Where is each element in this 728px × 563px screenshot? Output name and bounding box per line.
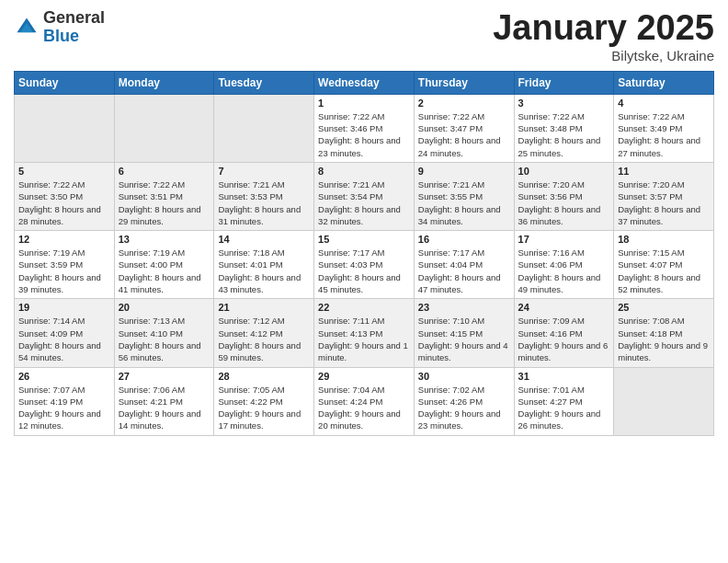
day-info: Sunrise: 7:07 AMSunset: 4:19 PMDaylight:… xyxy=(18,384,110,432)
day-number: 2 xyxy=(418,98,510,109)
day-number: 26 xyxy=(18,371,110,382)
day-number: 23 xyxy=(418,302,510,313)
calendar-cell: 28Sunrise: 7:05 AMSunset: 4:22 PMDayligh… xyxy=(214,367,314,435)
calendar-cell: 1Sunrise: 7:22 AMSunset: 3:46 PMDaylight… xyxy=(314,94,415,162)
logo-text: General Blue xyxy=(43,9,105,46)
day-number: 30 xyxy=(418,371,510,382)
day-number: 28 xyxy=(218,371,310,382)
day-number: 25 xyxy=(618,302,710,313)
calendar-cell: 24Sunrise: 7:09 AMSunset: 4:16 PMDayligh… xyxy=(514,299,614,367)
calendar-cell xyxy=(614,367,714,435)
calendar-cell: 11Sunrise: 7:20 AMSunset: 3:57 PMDayligh… xyxy=(614,162,714,230)
day-info: Sunrise: 7:22 AMSunset: 3:48 PMDaylight:… xyxy=(518,110,610,159)
calendar-cell: 22Sunrise: 7:11 AMSunset: 4:13 PMDayligh… xyxy=(314,299,415,367)
day-info: Sunrise: 7:06 AMSunset: 4:21 PMDaylight:… xyxy=(119,384,210,432)
location: Bilytske, Ukraine xyxy=(493,48,714,63)
day-info: Sunrise: 7:02 AMSunset: 4:26 PMDaylight:… xyxy=(418,384,510,432)
day-info: Sunrise: 7:08 AMSunset: 4:18 PMDaylight:… xyxy=(618,315,710,363)
day-info: Sunrise: 7:10 AMSunset: 4:15 PMDaylight:… xyxy=(418,315,510,363)
day-info: Sunrise: 7:04 AMSunset: 4:24 PMDaylight:… xyxy=(318,384,410,432)
day-info: Sunrise: 7:20 AMSunset: 3:57 PMDaylight:… xyxy=(618,178,710,227)
calendar-cell xyxy=(15,94,115,162)
day-info: Sunrise: 7:19 AMSunset: 3:59 PMDaylight:… xyxy=(18,247,110,295)
calendar-cell: 4Sunrise: 7:22 AMSunset: 3:49 PMDaylight… xyxy=(614,94,714,162)
weekday-header-sunday: Sunday xyxy=(15,71,115,94)
title-block: January 2025 Bilytske, Ukraine xyxy=(493,9,714,63)
day-number: 14 xyxy=(218,234,310,245)
weekday-header-row: SundayMondayTuesdayWednesdayThursdayFrid… xyxy=(15,71,714,94)
calendar-cell: 2Sunrise: 7:22 AMSunset: 3:47 PMDaylight… xyxy=(414,94,514,162)
day-info: Sunrise: 7:19 AMSunset: 4:00 PMDaylight:… xyxy=(119,247,210,295)
day-info: Sunrise: 7:22 AMSunset: 3:47 PMDaylight:… xyxy=(418,110,510,159)
calendar-cell: 8Sunrise: 7:21 AMSunset: 3:54 PMDaylight… xyxy=(314,162,415,230)
day-number: 4 xyxy=(618,98,710,109)
day-number: 20 xyxy=(119,302,210,313)
calendar-cell: 20Sunrise: 7:13 AMSunset: 4:10 PMDayligh… xyxy=(114,299,214,367)
calendar: SundayMondayTuesdayWednesdayThursdayFrid… xyxy=(14,71,714,436)
weekday-header-saturday: Saturday xyxy=(614,71,714,94)
day-number: 7 xyxy=(218,166,310,177)
calendar-cell: 29Sunrise: 7:04 AMSunset: 4:24 PMDayligh… xyxy=(314,367,415,435)
day-info: Sunrise: 7:15 AMSunset: 4:07 PMDaylight:… xyxy=(618,247,710,295)
day-info: Sunrise: 7:01 AMSunset: 4:27 PMDaylight:… xyxy=(518,384,610,432)
week-row-5: 26Sunrise: 7:07 AMSunset: 4:19 PMDayligh… xyxy=(15,367,714,435)
calendar-cell: 15Sunrise: 7:17 AMSunset: 4:03 PMDayligh… xyxy=(314,231,415,299)
day-number: 3 xyxy=(518,98,610,109)
day-info: Sunrise: 7:17 AMSunset: 4:04 PMDaylight:… xyxy=(418,247,510,295)
day-number: 15 xyxy=(318,234,410,245)
day-info: Sunrise: 7:13 AMSunset: 4:10 PMDaylight:… xyxy=(119,315,210,363)
logo: General Blue xyxy=(14,9,105,46)
calendar-cell: 17Sunrise: 7:16 AMSunset: 4:06 PMDayligh… xyxy=(514,231,614,299)
day-info: Sunrise: 7:21 AMSunset: 3:54 PMDaylight:… xyxy=(318,178,410,227)
logo-general-text: General xyxy=(43,8,105,27)
weekday-header-thursday: Thursday xyxy=(414,71,514,94)
day-number: 6 xyxy=(119,166,210,177)
day-info: Sunrise: 7:11 AMSunset: 4:13 PMDaylight:… xyxy=(318,315,410,363)
day-number: 5 xyxy=(18,166,110,177)
day-number: 29 xyxy=(318,371,410,382)
day-number: 10 xyxy=(518,166,610,177)
day-number: 18 xyxy=(618,234,710,245)
day-info: Sunrise: 7:21 AMSunset: 3:53 PMDaylight:… xyxy=(218,178,310,227)
day-number: 19 xyxy=(18,302,110,313)
calendar-cell xyxy=(114,94,214,162)
calendar-cell: 18Sunrise: 7:15 AMSunset: 4:07 PMDayligh… xyxy=(614,231,714,299)
day-info: Sunrise: 7:16 AMSunset: 4:06 PMDaylight:… xyxy=(518,247,610,295)
day-info: Sunrise: 7:21 AMSunset: 3:55 PMDaylight:… xyxy=(418,178,510,227)
day-info: Sunrise: 7:20 AMSunset: 3:56 PMDaylight:… xyxy=(518,178,610,227)
day-number: 27 xyxy=(119,371,210,382)
day-info: Sunrise: 7:05 AMSunset: 4:22 PMDaylight:… xyxy=(218,384,310,432)
day-info: Sunrise: 7:12 AMSunset: 4:12 PMDaylight:… xyxy=(218,315,310,363)
day-info: Sunrise: 7:09 AMSunset: 4:16 PMDaylight:… xyxy=(518,315,610,363)
day-info: Sunrise: 7:17 AMSunset: 4:03 PMDaylight:… xyxy=(318,247,410,295)
day-number: 8 xyxy=(318,166,410,177)
calendar-cell: 6Sunrise: 7:22 AMSunset: 3:51 PMDaylight… xyxy=(114,162,214,230)
day-number: 22 xyxy=(318,302,410,313)
logo-blue-text: Blue xyxy=(43,27,79,45)
calendar-cell: 12Sunrise: 7:19 AMSunset: 3:59 PMDayligh… xyxy=(15,231,115,299)
calendar-cell: 5Sunrise: 7:22 AMSunset: 3:50 PMDaylight… xyxy=(15,162,115,230)
weekday-header-wednesday: Wednesday xyxy=(314,71,415,94)
calendar-cell: 26Sunrise: 7:07 AMSunset: 4:19 PMDayligh… xyxy=(15,367,115,435)
day-info: Sunrise: 7:18 AMSunset: 4:01 PMDaylight:… xyxy=(218,247,310,295)
day-info: Sunrise: 7:22 AMSunset: 3:50 PMDaylight:… xyxy=(18,178,110,227)
calendar-cell: 7Sunrise: 7:21 AMSunset: 3:53 PMDaylight… xyxy=(214,162,314,230)
calendar-cell: 16Sunrise: 7:17 AMSunset: 4:04 PMDayligh… xyxy=(414,231,514,299)
day-number: 9 xyxy=(418,166,510,177)
calendar-cell: 21Sunrise: 7:12 AMSunset: 4:12 PMDayligh… xyxy=(214,299,314,367)
calendar-cell: 9Sunrise: 7:21 AMSunset: 3:55 PMDaylight… xyxy=(414,162,514,230)
calendar-cell: 27Sunrise: 7:06 AMSunset: 4:21 PMDayligh… xyxy=(114,367,214,435)
day-info: Sunrise: 7:22 AMSunset: 3:51 PMDaylight:… xyxy=(119,178,210,227)
calendar-cell: 3Sunrise: 7:22 AMSunset: 3:48 PMDaylight… xyxy=(514,94,614,162)
day-number: 13 xyxy=(119,234,210,245)
week-row-4: 19Sunrise: 7:14 AMSunset: 4:09 PMDayligh… xyxy=(15,299,714,367)
calendar-cell: 31Sunrise: 7:01 AMSunset: 4:27 PMDayligh… xyxy=(514,367,614,435)
day-info: Sunrise: 7:14 AMSunset: 4:09 PMDaylight:… xyxy=(18,315,110,363)
calendar-cell: 25Sunrise: 7:08 AMSunset: 4:18 PMDayligh… xyxy=(614,299,714,367)
day-number: 17 xyxy=(518,234,610,245)
header: General Blue January 2025 Bilytske, Ukra… xyxy=(14,9,714,63)
day-number: 31 xyxy=(518,371,610,382)
week-row-2: 5Sunrise: 7:22 AMSunset: 3:50 PMDaylight… xyxy=(15,162,714,230)
weekday-header-friday: Friday xyxy=(514,71,614,94)
day-number: 11 xyxy=(618,166,710,177)
